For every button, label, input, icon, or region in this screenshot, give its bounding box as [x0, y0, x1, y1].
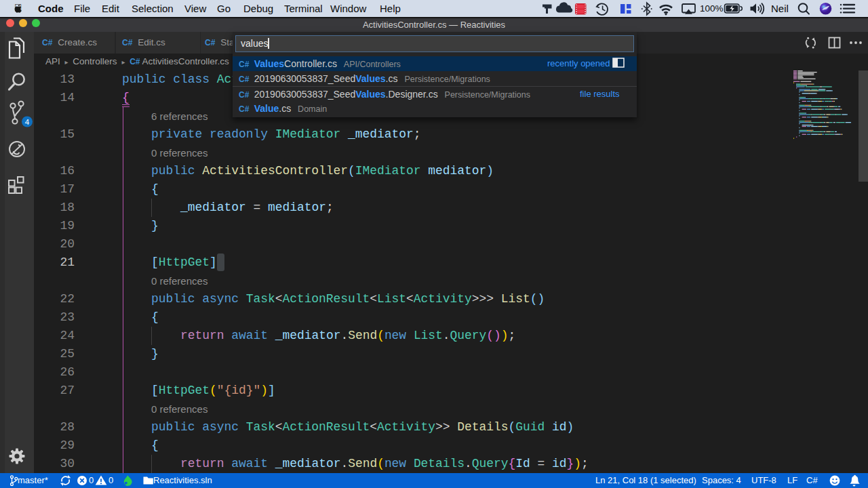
svg-text:4: 4	[25, 118, 30, 126]
